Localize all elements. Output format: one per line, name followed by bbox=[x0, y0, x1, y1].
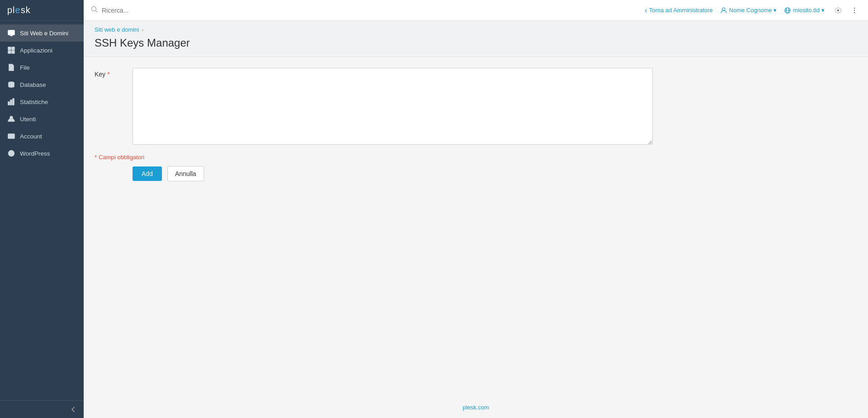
chevron-down-icon: ▾ bbox=[773, 7, 777, 14]
file-icon bbox=[7, 63, 15, 71]
footer-link[interactable]: plesk.com bbox=[463, 404, 489, 411]
topbar: Torna ad Amministratore Nome Cognome ▾ m… bbox=[0, 0, 868, 21]
sidebar-item-label: Statistiche bbox=[20, 99, 48, 105]
svg-point-6 bbox=[854, 7, 855, 8]
sidebar-item-wordpress[interactable]: WordPress bbox=[0, 145, 84, 162]
sidebar-nav: Siti Web e Domini Applicazioni File Data… bbox=[0, 21, 84, 400]
bar-chart-icon bbox=[7, 98, 15, 106]
svg-rect-15 bbox=[12, 51, 14, 53]
form-footer: * Campi obbligatori Add Annulla bbox=[95, 154, 857, 181]
svg-rect-21 bbox=[8, 134, 14, 138]
form-area: Key * * Campi obbligatori Add Annulla bbox=[84, 57, 868, 238]
domain-menu[interactable]: miosito.tld ▾ bbox=[784, 7, 825, 14]
required-note: * Campi obbligatori bbox=[95, 154, 857, 161]
database-icon bbox=[7, 81, 15, 89]
svg-rect-13 bbox=[12, 47, 14, 50]
page-title: SSH Keys Manager bbox=[95, 37, 857, 49]
svg-rect-14 bbox=[8, 51, 11, 53]
main-content: Siti web e domini › SSH Keys Manager Key… bbox=[84, 21, 868, 418]
logo-text: plesk bbox=[7, 5, 31, 15]
grid-icon bbox=[7, 46, 15, 54]
user-name: Nome Cognome bbox=[729, 7, 772, 14]
svg-point-8 bbox=[854, 12, 855, 13]
chevron-down-icon: ▾ bbox=[821, 7, 825, 14]
user-icon bbox=[7, 115, 15, 123]
sidebar-item-database[interactable]: Database bbox=[0, 76, 84, 93]
svg-point-7 bbox=[854, 10, 855, 10]
sidebar-item-siti-web-domini[interactable]: Siti Web e Domini bbox=[0, 24, 84, 42]
topbar-right: Torna ad Amministratore Nome Cognome ▾ m… bbox=[645, 4, 861, 17]
sidebar-item-account[interactable]: Account bbox=[0, 128, 84, 145]
sidebar-item-utenti[interactable]: Utenti bbox=[0, 110, 84, 128]
search-input[interactable] bbox=[102, 7, 215, 14]
sidebar-item-label: Database bbox=[20, 81, 46, 88]
sidebar-item-statistiche[interactable]: Statistiche bbox=[0, 93, 84, 110]
domain-name: miosito.tld bbox=[793, 7, 820, 14]
sidebar-item-label: File bbox=[20, 64, 30, 71]
more-icon[interactable] bbox=[848, 4, 861, 17]
svg-point-2 bbox=[722, 8, 725, 10]
sidebar-collapse-button[interactable] bbox=[0, 400, 84, 418]
topbar-action-icons bbox=[832, 4, 861, 17]
svg-line-1 bbox=[96, 11, 98, 13]
sidebar: plesk Siti Web e Domini Applicazioni Fil… bbox=[0, 0, 84, 418]
svg-rect-9 bbox=[8, 30, 14, 35]
sidebar-item-label: Siti Web e Domini bbox=[20, 30, 68, 37]
key-label: Key * bbox=[95, 68, 122, 78]
settings-icon[interactable] bbox=[832, 4, 844, 17]
sidebar-item-applicazioni[interactable]: Applicazioni bbox=[0, 42, 84, 59]
svg-rect-18 bbox=[10, 100, 12, 105]
wordpress-icon bbox=[7, 149, 15, 157]
footer: plesk.com bbox=[84, 397, 868, 418]
user-menu[interactable]: Nome Cognome ▾ bbox=[720, 7, 777, 14]
monitor-icon bbox=[7, 29, 15, 37]
required-star: * bbox=[107, 71, 109, 78]
svg-rect-17 bbox=[8, 102, 9, 105]
breadcrumb-separator: › bbox=[142, 27, 143, 33]
form-actions: Add Annulla bbox=[133, 166, 857, 181]
sidebar-item-label: Utenti bbox=[20, 116, 36, 123]
cancel-button[interactable]: Annulla bbox=[167, 166, 204, 181]
sidebar-item-file[interactable]: File bbox=[0, 59, 84, 76]
svg-rect-12 bbox=[8, 47, 11, 50]
sidebar-item-label: Applicazioni bbox=[20, 47, 52, 54]
key-textarea[interactable] bbox=[133, 68, 653, 145]
back-admin-link[interactable]: Torna ad Amministratore bbox=[645, 6, 713, 14]
sidebar-logo: plesk bbox=[0, 0, 84, 21]
page-header: Siti web e domini › SSH Keys Manager bbox=[84, 21, 868, 57]
breadcrumb: Siti web e domini › bbox=[95, 26, 857, 33]
breadcrumb-link-siti[interactable]: Siti web e domini bbox=[95, 26, 139, 33]
svg-point-0 bbox=[92, 7, 96, 11]
required-note-star: * bbox=[95, 154, 97, 161]
search-area bbox=[91, 6, 645, 14]
key-form-row: Key * bbox=[95, 68, 857, 145]
sidebar-item-label: WordPress bbox=[20, 150, 50, 157]
add-button[interactable]: Add bbox=[133, 166, 162, 181]
sidebar-item-label: Account bbox=[20, 133, 42, 140]
search-icon bbox=[91, 6, 98, 14]
svg-rect-19 bbox=[13, 99, 14, 105]
account-icon bbox=[7, 132, 15, 140]
